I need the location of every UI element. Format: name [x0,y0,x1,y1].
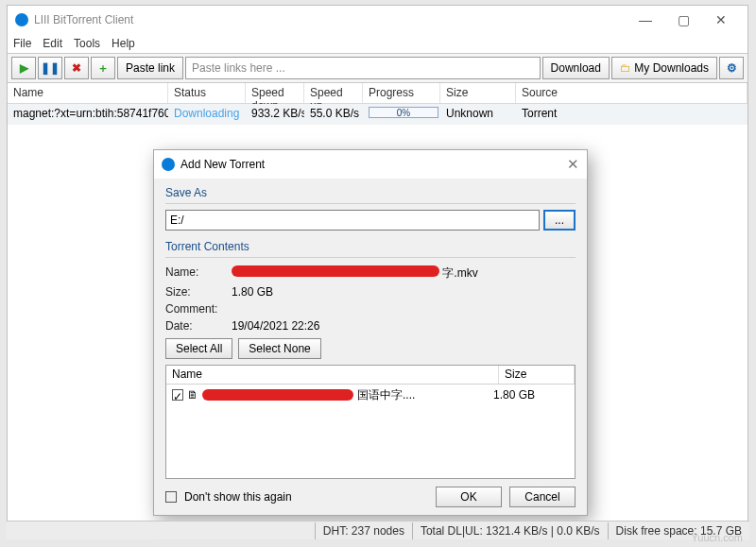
menu-file[interactable]: File [13,37,31,50]
paste-links-input[interactable]: Paste links here ... [185,57,541,79]
pause-icon: ❚❚ [41,61,60,75]
select-all-button[interactable]: Select All [165,338,232,359]
cell-speed-down: 933.2 KB/s [246,104,304,125]
window-title: LIII BitTorrent Client [34,13,133,26]
add-button[interactable]: ＋ [91,57,115,79]
file-size: 1.80 GB [493,388,569,402]
pause-button[interactable]: ❚❚ [38,57,62,79]
file-list: Name Size ✓ 🗎 国语中字.... 1.80 GB [165,365,576,479]
settings-button[interactable]: ⚙ [719,57,744,79]
redacted-icon [202,389,353,401]
select-none-button[interactable]: Select None [238,338,320,359]
name-key: Name: [165,265,232,282]
play-icon: ▶ [20,61,28,75]
table-header: Name Status Speed down Speed up Progress… [8,83,747,104]
file-col-size[interactable]: Size [499,366,575,384]
contents-label: Torrent Contents [165,240,576,253]
stop-button[interactable]: ✖ [64,57,89,79]
size-key: Size: [165,285,232,299]
col-name[interactable]: Name [8,83,168,103]
comment-key: Comment: [165,302,232,316]
plus-icon: ＋ [97,60,109,77]
start-button[interactable]: ▶ [11,57,36,79]
ok-button[interactable]: OK [436,487,502,507]
titlebar: LIII BitTorrent Client — ▢ ✕ [8,6,747,34]
save-path-input[interactable]: E:/ [165,210,540,231]
dialog-close-icon[interactable]: ✕ [567,156,579,173]
file-row[interactable]: ✓ 🗎 国语中字.... 1.80 GB [166,385,575,405]
status-total: Total DL|UL: 1321.4 KB/s | 0.0 KB/s [412,522,608,539]
table-row[interactable]: magnet:?xt=urn:btih:58741f76090c... Down… [8,104,747,125]
status-dht: DHT: 237 nodes [315,522,412,539]
cell-progress: 0% [363,104,440,125]
file-checkbox[interactable]: ✓ [172,389,183,401]
add-torrent-dialog: Add New Torrent ✕ Save As E:/ ... Torren… [153,149,588,516]
cell-name: magnet:?xt=urn:btih:58741f76090c... [8,104,168,125]
maximize-icon[interactable]: ▢ [664,7,702,33]
menu-tools[interactable]: Tools [74,37,100,50]
file-icon: 🗎 [187,388,198,402]
paste-link-button[interactable]: Paste link [117,57,183,79]
close-icon[interactable]: ✕ [702,7,740,33]
dialog-title: Add New Torrent [180,158,265,171]
folder-icon: 🗀 [620,61,631,75]
cell-size: Unknown [440,104,516,125]
name-value: 字.mkv [232,265,478,282]
cell-status: Downloading [168,104,246,125]
toolbar: ▶ ❚❚ ✖ ＋ Paste link Paste links here ...… [8,53,747,83]
progress-bar: 0% [369,107,438,118]
redacted-icon [232,265,439,277]
download-button[interactable]: Download [542,57,610,79]
dont-show-label: Don't show this again [184,490,292,504]
col-speed-down[interactable]: Speed down [246,83,304,103]
cell-source: Torrent [516,104,747,125]
dialog-titlebar: Add New Torrent ✕ [154,150,587,179]
file-col-name[interactable]: Name [166,366,499,384]
col-progress[interactable]: Progress [363,83,440,103]
menubar: File Edit Tools Help [8,34,747,53]
app-icon [15,13,28,26]
my-downloads-button[interactable]: 🗀 My Downloads [611,57,717,79]
browse-button[interactable]: ... [543,210,576,231]
info-icon [162,158,175,171]
x-icon: ✖ [72,61,81,75]
size-value: 1.80 GB [232,285,273,299]
cell-speed-up: 55.0 KB/s [304,104,363,125]
minimize-icon[interactable]: — [627,7,664,33]
dont-show-checkbox[interactable] [165,491,177,503]
date-key: Date: [165,319,232,333]
file-name: 国语中字.... [357,387,490,403]
col-speed-up[interactable]: Speed up [304,83,363,103]
date-value: 19/04/2021 22:26 [232,319,319,333]
col-source[interactable]: Source [516,83,747,103]
save-as-label: Save As [165,186,576,199]
gear-icon: ⚙ [727,61,737,75]
statusbar: DHT: 237 nodes Total DL|UL: 1321.4 KB/s … [7,521,749,539]
col-size[interactable]: Size [440,83,516,103]
col-status[interactable]: Status [168,83,246,103]
menu-help[interactable]: Help [112,37,135,50]
cancel-button[interactable]: Cancel [509,487,576,507]
menu-edit[interactable]: Edit [43,37,62,50]
watermark: Yuucn.com [692,532,743,543]
